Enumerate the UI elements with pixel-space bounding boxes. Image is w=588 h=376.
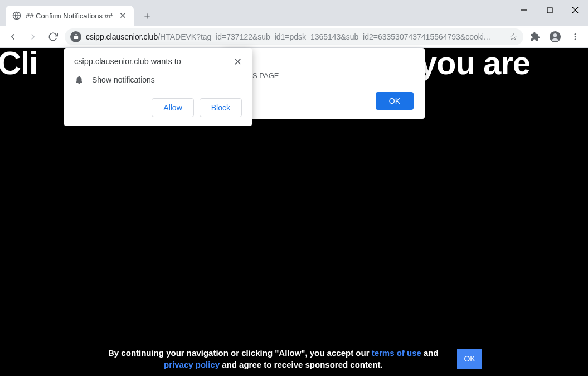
privacy-link[interactable]: privacy policy (164, 360, 220, 369)
permission-label: Show notifications (92, 75, 155, 84)
cookie-text-part1: By continuing your navigation or clickin… (108, 348, 372, 358)
permission-title: csipp.clausenior.club wants to (74, 57, 181, 66)
url-host: csipp.clausenior.club (86, 32, 158, 41)
svg-rect-2 (547, 8, 552, 13)
js-alert-title: says (234, 58, 414, 67)
cookie-ok-button[interactable]: OK (457, 349, 482, 369)
svg-point-6 (553, 33, 557, 37)
cookie-text: By continuing your navigation or clickin… (106, 347, 440, 370)
browser-tab[interactable]: ## Confirm Notifications ## ✕ (6, 6, 134, 26)
address-bar[interactable]: csipp.clausenior.club/HTADEVK?tag_id=737… (65, 28, 523, 45)
maximize-button[interactable] (537, 0, 562, 20)
svg-point-7 (575, 33, 576, 35)
close-window-button[interactable] (562, 0, 588, 20)
minimize-button[interactable] (511, 0, 537, 20)
tab-close-icon[interactable]: ✕ (118, 11, 127, 20)
svg-point-9 (575, 38, 576, 40)
window-titlebar: ## Confirm Notifications ## ✕ ＋ (0, 0, 588, 26)
tab-title: ## Confirm Notifications ## (26, 12, 114, 20)
new-tab-button[interactable]: ＋ (139, 8, 155, 23)
notification-permission-popup: csipp.clausenior.club wants to ✕ Show no… (64, 48, 252, 126)
bookmark-star-icon[interactable]: ☆ (509, 31, 518, 43)
permission-close-icon[interactable]: ✕ (234, 57, 242, 67)
back-button[interactable] (4, 28, 21, 45)
js-alert-dialog: says E THIS PAGE OK (223, 48, 425, 119)
url-text: csipp.clausenior.club/HTADEVK?tag_id=737… (86, 32, 504, 41)
allow-button[interactable]: Allow (152, 98, 193, 117)
reload-button[interactable] (45, 28, 61, 45)
js-alert-message: E THIS PAGE (234, 71, 414, 80)
js-alert-ok-button[interactable]: OK (376, 92, 414, 110)
terms-link[interactable]: terms of use (372, 348, 421, 358)
block-button[interactable]: Block (200, 98, 242, 117)
bell-icon (74, 75, 84, 85)
cookie-consent-bar: By continuing your navigation or clickin… (0, 347, 588, 370)
lock-icon (70, 31, 81, 42)
cookie-text-part2: and agree to receive sponsored content. (220, 360, 383, 369)
cookie-and: and (421, 348, 439, 358)
url-path: /HTADEVK?tag_id=737122&sub_id1=pdsk_1365… (158, 32, 490, 41)
browser-toolbar: csipp.clausenior.club/HTADEVK?tag_id=737… (0, 26, 588, 48)
profile-icon[interactable] (547, 28, 563, 45)
forward-button[interactable] (25, 28, 41, 45)
extensions-icon[interactable] (527, 28, 543, 45)
menu-icon[interactable] (567, 28, 584, 45)
svg-point-8 (575, 36, 576, 37)
window-controls (511, 0, 588, 20)
globe-icon (12, 11, 21, 20)
